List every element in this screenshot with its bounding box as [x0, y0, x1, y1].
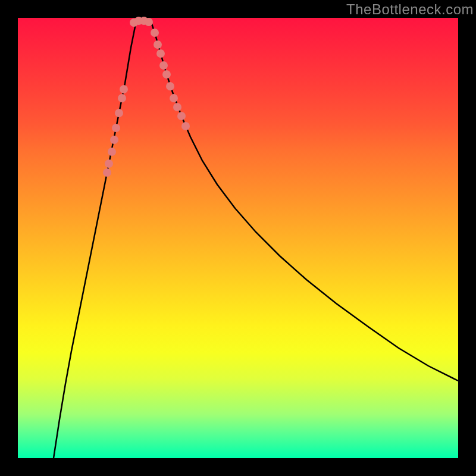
dot-group — [103, 17, 190, 177]
outer-frame: TheBottleneck.com — [0, 0, 476, 476]
dot-left — [103, 168, 111, 177]
dot-right — [156, 49, 165, 58]
dot-left — [108, 148, 116, 156]
dot-right — [177, 112, 186, 120]
dot-right — [159, 61, 168, 70]
watermark-text: TheBottleneck.com — [346, 1, 474, 18]
dot-right — [162, 70, 171, 79]
dot-left — [115, 109, 123, 117]
chart-svg — [18, 18, 458, 458]
dot-right — [173, 103, 181, 111]
dot-left — [118, 94, 126, 102]
dot-floor — [145, 18, 153, 26]
dot-left — [110, 136, 118, 144]
curve-group — [54, 21, 458, 458]
dot-left — [105, 159, 113, 168]
dot-right — [154, 40, 162, 49]
dot-right — [166, 82, 174, 90]
dot-left — [112, 124, 120, 132]
curve-right-branch — [152, 24, 458, 381]
dot-right — [151, 29, 159, 37]
dot-right — [181, 122, 190, 130]
dot-right — [170, 94, 178, 102]
dot-left — [120, 85, 128, 93]
